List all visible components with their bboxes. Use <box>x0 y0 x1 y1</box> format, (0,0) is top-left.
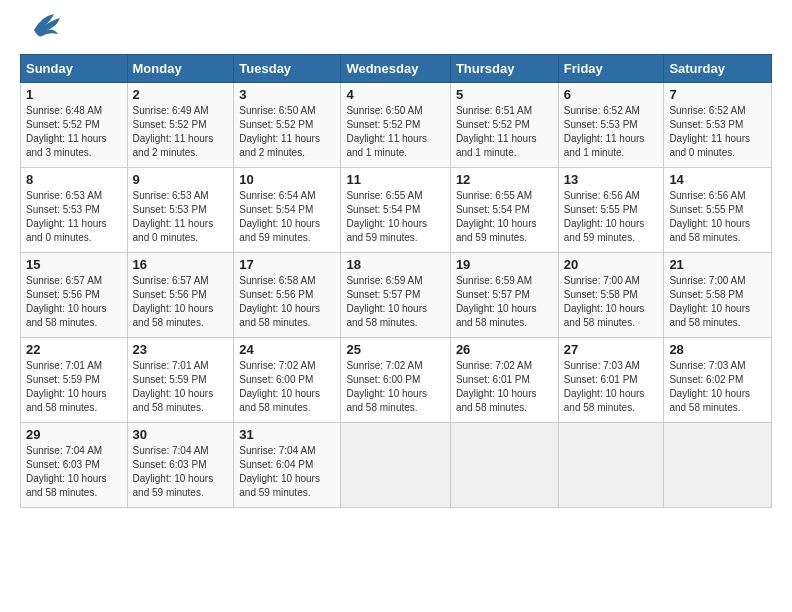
day-number: 6 <box>564 87 659 102</box>
header-monday: Monday <box>127 55 234 83</box>
day-number: 30 <box>133 427 229 442</box>
calendar-cell: 31Sunrise: 7:04 AMSunset: 6:04 PMDayligh… <box>234 423 341 508</box>
day-number: 22 <box>26 342 122 357</box>
day-number: 1 <box>26 87 122 102</box>
day-number: 28 <box>669 342 766 357</box>
calendar-cell: 11Sunrise: 6:55 AMSunset: 5:54 PMDayligh… <box>341 168 450 253</box>
day-number: 16 <box>133 257 229 272</box>
day-number: 15 <box>26 257 122 272</box>
day-number: 25 <box>346 342 444 357</box>
day-number: 4 <box>346 87 444 102</box>
day-info: Sunrise: 6:58 AMSunset: 5:56 PMDaylight:… <box>239 274 335 330</box>
calendar-cell: 20Sunrise: 7:00 AMSunset: 5:58 PMDayligh… <box>558 253 664 338</box>
day-number: 29 <box>26 427 122 442</box>
calendar-cell: 16Sunrise: 6:57 AMSunset: 5:56 PMDayligh… <box>127 253 234 338</box>
calendar-cell: 10Sunrise: 6:54 AMSunset: 5:54 PMDayligh… <box>234 168 341 253</box>
calendar-week-row: 22Sunrise: 7:01 AMSunset: 5:59 PMDayligh… <box>21 338 772 423</box>
calendar-cell: 9Sunrise: 6:53 AMSunset: 5:53 PMDaylight… <box>127 168 234 253</box>
calendar-cell: 14Sunrise: 6:56 AMSunset: 5:55 PMDayligh… <box>664 168 772 253</box>
day-info: Sunrise: 7:01 AMSunset: 5:59 PMDaylight:… <box>133 359 229 415</box>
day-number: 31 <box>239 427 335 442</box>
day-info: Sunrise: 7:00 AMSunset: 5:58 PMDaylight:… <box>669 274 766 330</box>
calendar-cell: 6Sunrise: 6:52 AMSunset: 5:53 PMDaylight… <box>558 83 664 168</box>
day-info: Sunrise: 7:03 AMSunset: 6:02 PMDaylight:… <box>669 359 766 415</box>
day-info: Sunrise: 6:56 AMSunset: 5:55 PMDaylight:… <box>564 189 659 245</box>
day-number: 27 <box>564 342 659 357</box>
calendar-cell: 13Sunrise: 6:56 AMSunset: 5:55 PMDayligh… <box>558 168 664 253</box>
calendar-cell: 26Sunrise: 7:02 AMSunset: 6:01 PMDayligh… <box>450 338 558 423</box>
day-info: Sunrise: 6:48 AMSunset: 5:52 PMDaylight:… <box>26 104 122 160</box>
day-info: Sunrise: 6:59 AMSunset: 5:57 PMDaylight:… <box>346 274 444 330</box>
day-number: 3 <box>239 87 335 102</box>
day-info: Sunrise: 6:53 AMSunset: 5:53 PMDaylight:… <box>26 189 122 245</box>
day-info: Sunrise: 6:52 AMSunset: 5:53 PMDaylight:… <box>669 104 766 160</box>
day-number: 23 <box>133 342 229 357</box>
calendar-cell: 5Sunrise: 6:51 AMSunset: 5:52 PMDaylight… <box>450 83 558 168</box>
calendar-cell <box>341 423 450 508</box>
page-header <box>20 20 772 44</box>
logo-bird-icon <box>24 12 62 44</box>
day-number: 20 <box>564 257 659 272</box>
calendar-week-row: 29Sunrise: 7:04 AMSunset: 6:03 PMDayligh… <box>21 423 772 508</box>
day-info: Sunrise: 6:50 AMSunset: 5:52 PMDaylight:… <box>346 104 444 160</box>
day-number: 21 <box>669 257 766 272</box>
day-number: 12 <box>456 172 553 187</box>
day-info: Sunrise: 6:55 AMSunset: 5:54 PMDaylight:… <box>456 189 553 245</box>
day-number: 19 <box>456 257 553 272</box>
day-number: 8 <box>26 172 122 187</box>
calendar-header-row: SundayMondayTuesdayWednesdayThursdayFrid… <box>21 55 772 83</box>
calendar-cell: 28Sunrise: 7:03 AMSunset: 6:02 PMDayligh… <box>664 338 772 423</box>
calendar-week-row: 15Sunrise: 6:57 AMSunset: 5:56 PMDayligh… <box>21 253 772 338</box>
header-saturday: Saturday <box>664 55 772 83</box>
calendar-cell: 19Sunrise: 6:59 AMSunset: 5:57 PMDayligh… <box>450 253 558 338</box>
day-number: 18 <box>346 257 444 272</box>
day-info: Sunrise: 7:01 AMSunset: 5:59 PMDaylight:… <box>26 359 122 415</box>
calendar-cell: 21Sunrise: 7:00 AMSunset: 5:58 PMDayligh… <box>664 253 772 338</box>
day-number: 24 <box>239 342 335 357</box>
day-number: 11 <box>346 172 444 187</box>
day-info: Sunrise: 7:03 AMSunset: 6:01 PMDaylight:… <box>564 359 659 415</box>
day-info: Sunrise: 6:51 AMSunset: 5:52 PMDaylight:… <box>456 104 553 160</box>
calendar-table: SundayMondayTuesdayWednesdayThursdayFrid… <box>20 54 772 508</box>
day-info: Sunrise: 7:04 AMSunset: 6:03 PMDaylight:… <box>133 444 229 500</box>
calendar-cell: 12Sunrise: 6:55 AMSunset: 5:54 PMDayligh… <box>450 168 558 253</box>
day-info: Sunrise: 7:02 AMSunset: 6:01 PMDaylight:… <box>456 359 553 415</box>
calendar-cell: 27Sunrise: 7:03 AMSunset: 6:01 PMDayligh… <box>558 338 664 423</box>
day-number: 10 <box>239 172 335 187</box>
day-info: Sunrise: 6:59 AMSunset: 5:57 PMDaylight:… <box>456 274 553 330</box>
calendar-cell: 1Sunrise: 6:48 AMSunset: 5:52 PMDaylight… <box>21 83 128 168</box>
day-info: Sunrise: 6:57 AMSunset: 5:56 PMDaylight:… <box>26 274 122 330</box>
calendar-cell <box>558 423 664 508</box>
day-info: Sunrise: 6:49 AMSunset: 5:52 PMDaylight:… <box>133 104 229 160</box>
logo <box>20 20 62 44</box>
day-info: Sunrise: 6:56 AMSunset: 5:55 PMDaylight:… <box>669 189 766 245</box>
calendar-cell: 17Sunrise: 6:58 AMSunset: 5:56 PMDayligh… <box>234 253 341 338</box>
day-info: Sunrise: 6:53 AMSunset: 5:53 PMDaylight:… <box>133 189 229 245</box>
calendar-cell: 22Sunrise: 7:01 AMSunset: 5:59 PMDayligh… <box>21 338 128 423</box>
calendar-cell: 2Sunrise: 6:49 AMSunset: 5:52 PMDaylight… <box>127 83 234 168</box>
calendar-cell <box>450 423 558 508</box>
day-info: Sunrise: 6:57 AMSunset: 5:56 PMDaylight:… <box>133 274 229 330</box>
day-number: 26 <box>456 342 553 357</box>
header-tuesday: Tuesday <box>234 55 341 83</box>
day-number: 7 <box>669 87 766 102</box>
day-info: Sunrise: 6:54 AMSunset: 5:54 PMDaylight:… <box>239 189 335 245</box>
calendar-week-row: 8Sunrise: 6:53 AMSunset: 5:53 PMDaylight… <box>21 168 772 253</box>
day-info: Sunrise: 6:55 AMSunset: 5:54 PMDaylight:… <box>346 189 444 245</box>
day-info: Sunrise: 7:02 AMSunset: 6:00 PMDaylight:… <box>346 359 444 415</box>
day-info: Sunrise: 7:04 AMSunset: 6:03 PMDaylight:… <box>26 444 122 500</box>
calendar-cell: 7Sunrise: 6:52 AMSunset: 5:53 PMDaylight… <box>664 83 772 168</box>
calendar-cell <box>664 423 772 508</box>
day-number: 14 <box>669 172 766 187</box>
day-info: Sunrise: 7:02 AMSunset: 6:00 PMDaylight:… <box>239 359 335 415</box>
day-info: Sunrise: 7:00 AMSunset: 5:58 PMDaylight:… <box>564 274 659 330</box>
header-sunday: Sunday <box>21 55 128 83</box>
day-info: Sunrise: 7:04 AMSunset: 6:04 PMDaylight:… <box>239 444 335 500</box>
calendar-cell: 24Sunrise: 7:02 AMSunset: 6:00 PMDayligh… <box>234 338 341 423</box>
calendar-cell: 4Sunrise: 6:50 AMSunset: 5:52 PMDaylight… <box>341 83 450 168</box>
day-number: 5 <box>456 87 553 102</box>
calendar-cell: 3Sunrise: 6:50 AMSunset: 5:52 PMDaylight… <box>234 83 341 168</box>
calendar-cell: 15Sunrise: 6:57 AMSunset: 5:56 PMDayligh… <box>21 253 128 338</box>
calendar-cell: 30Sunrise: 7:04 AMSunset: 6:03 PMDayligh… <box>127 423 234 508</box>
day-number: 2 <box>133 87 229 102</box>
